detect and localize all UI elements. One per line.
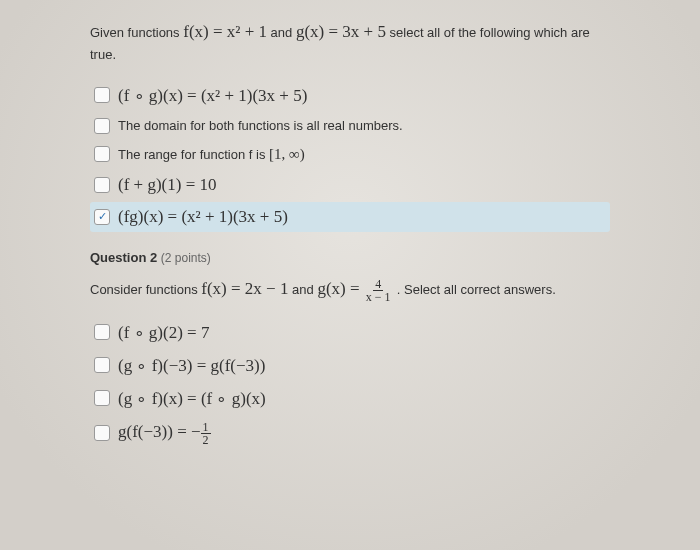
- q1-option-3-label: The range for function f is [1, ∞): [118, 146, 305, 163]
- q2-mid: and: [292, 282, 317, 297]
- q2-prompt: Consider functions f(x) = 2x − 1 and g(x…: [90, 275, 610, 303]
- q1-f-def: f(x) = x² + 1: [183, 22, 267, 41]
- checkbox-icon[interactable]: [94, 146, 110, 162]
- q1-option-1-label: (f ∘ g)(x) = (x² + 1)(3x + 5): [118, 85, 307, 106]
- q2-g-def: g(x) = 4x − 1: [317, 279, 396, 298]
- q2-option-3-label: (g ∘ f)(x) = (f ∘ g)(x): [118, 388, 266, 409]
- q1-option-4[interactable]: (f + g)(1) = 10: [90, 170, 610, 200]
- q2-options: (f ∘ g)(2) = 7 (g ∘ f)(−3) = g(f(−3)) (g…: [90, 317, 610, 451]
- q2-title: Question 2: [90, 250, 157, 265]
- q2-post: . Select all correct answers.: [397, 282, 556, 297]
- checkbox-icon[interactable]: [94, 390, 110, 406]
- checkbox-icon[interactable]: [94, 87, 110, 103]
- q2-option-4-label: g(f(−3)) = −12: [118, 421, 211, 446]
- checkbox-icon[interactable]: [94, 324, 110, 340]
- q1-option-5[interactable]: ✓ (fg)(x) = (x² + 1)(3x + 5): [90, 202, 610, 232]
- q2-option-2-label: (g ∘ f)(−3) = g(f(−3)): [118, 355, 265, 376]
- q1-g-def: g(x) = 3x + 5: [296, 22, 386, 41]
- q1-prompt: Given functions f(x) = x² + 1 and g(x) =…: [90, 18, 610, 66]
- q1-option-2[interactable]: The domain for both functions is all rea…: [90, 113, 610, 139]
- q2-option-1[interactable]: (f ∘ g)(2) = 7: [90, 317, 610, 348]
- q1-option-4-label: (f + g)(1) = 10: [118, 175, 216, 195]
- q2-heading: Question 2 (2 points): [90, 250, 610, 265]
- q2-option-4[interactable]: g(f(−3)) = −12: [90, 416, 610, 451]
- checkbox-icon[interactable]: [94, 177, 110, 193]
- q2-option-1-label: (f ∘ g)(2) = 7: [118, 322, 209, 343]
- q2-option-2[interactable]: (g ∘ f)(−3) = g(f(−3)): [90, 350, 610, 381]
- q1-option-3[interactable]: The range for function f is [1, ∞): [90, 141, 610, 168]
- checkbox-icon[interactable]: [94, 425, 110, 441]
- checkbox-icon[interactable]: [94, 357, 110, 373]
- q2-points: (2 points): [161, 251, 211, 265]
- q2-pre: Consider functions: [90, 282, 201, 297]
- q1-pre: Given functions: [90, 25, 183, 40]
- q1-mid: and: [271, 25, 296, 40]
- q1-option-1[interactable]: (f ∘ g)(x) = (x² + 1)(3x + 5): [90, 80, 610, 111]
- q1-option-5-label: (fg)(x) = (x² + 1)(3x + 5): [118, 207, 288, 227]
- q1-options: (f ∘ g)(x) = (x² + 1)(3x + 5) The domain…: [90, 80, 610, 232]
- checkbox-checked-icon[interactable]: ✓: [94, 209, 110, 225]
- checkbox-icon[interactable]: [94, 118, 110, 134]
- q2-option-3[interactable]: (g ∘ f)(x) = (f ∘ g)(x): [90, 383, 610, 414]
- q1-option-2-label: The domain for both functions is all rea…: [118, 118, 403, 133]
- q2-f-def: f(x) = 2x − 1: [201, 279, 288, 298]
